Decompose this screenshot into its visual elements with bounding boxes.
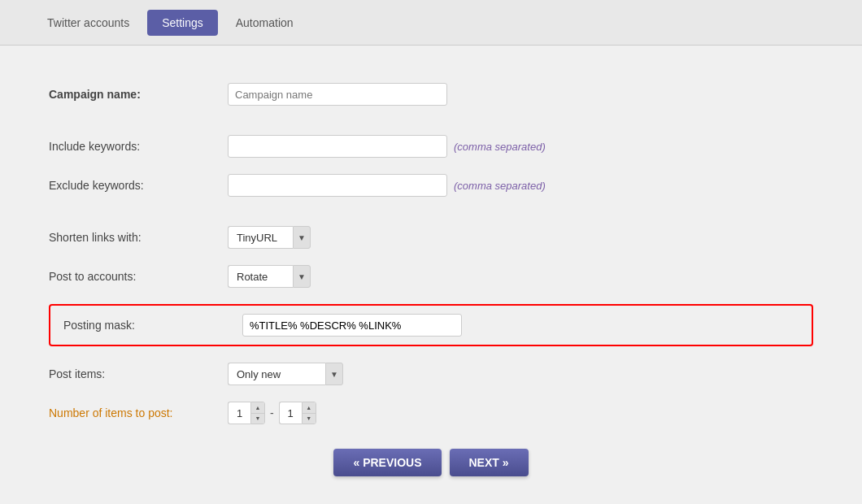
post-items-group: Post items: Only new ▼ [49, 363, 813, 385]
tab-twitter-accounts[interactable]: Twitter accounts [33, 10, 144, 36]
number-of-items-label: Number of items to post: [49, 406, 228, 419]
include-keywords-input[interactable] [228, 135, 447, 158]
post-items-select[interactable]: Only new ▼ [228, 363, 343, 385]
campaign-name-input[interactable] [228, 83, 447, 106]
posting-mask-input[interactable] [242, 314, 462, 337]
post-to-accounts-dropdown-btn[interactable]: ▼ [293, 265, 311, 288]
shorten-links-value: TinyURL [228, 226, 293, 249]
previous-button[interactable]: « PREVIOUS [333, 449, 441, 476]
post-items-value: Only new [228, 363, 325, 385]
number-to-arrows: ▲ ▼ [302, 402, 316, 424]
number-from-value: 1 [228, 402, 250, 424]
number-to-field: 1 ▲ ▼ [279, 402, 316, 424]
include-keywords-hint: (comma separated) [454, 141, 546, 153]
post-items-dropdown-btn[interactable]: ▼ [325, 363, 343, 385]
exclude-keywords-group: Exclude keywords: (comma separated) [49, 174, 813, 197]
shorten-links-label: Shorten links with: [49, 231, 228, 244]
include-keywords-group: Include keywords: (comma separated) [49, 135, 813, 158]
tab-bar: Twitter accounts Settings Automation [0, 0, 862, 46]
shorten-links-group: Shorten links with: TinyURL ▼ [49, 226, 813, 249]
include-keywords-label: Include keywords: [49, 140, 228, 153]
number-from-up[interactable]: ▲ [251, 402, 264, 414]
tab-settings[interactable]: Settings [147, 10, 218, 36]
posting-mask-wrapper: Posting mask: [49, 304, 813, 346]
posting-mask-label: Posting mask: [63, 319, 242, 332]
post-to-accounts-label: Post to accounts: [49, 270, 228, 283]
nav-buttons: « PREVIOUS NEXT » [49, 449, 813, 476]
post-to-accounts-group: Post to accounts: Rotate ▼ [49, 265, 813, 288]
shorten-links-select[interactable]: TinyURL ▼ [228, 226, 311, 249]
exclude-keywords-input[interactable] [228, 174, 447, 197]
post-to-accounts-value: Rotate [228, 265, 293, 288]
post-items-label: Post items: [49, 367, 228, 380]
number-of-items-controls: 1 ▲ ▼ - 1 ▲ ▼ [228, 402, 316, 424]
post-to-accounts-select[interactable]: Rotate ▼ [228, 265, 311, 288]
exclude-keywords-label: Exclude keywords: [49, 179, 228, 192]
number-from-field: 1 ▲ ▼ [228, 402, 265, 424]
exclude-keywords-hint: (comma separated) [454, 180, 546, 192]
dash-separator: - [270, 406, 274, 419]
number-from-arrows: ▲ ▼ [250, 402, 265, 424]
campaign-name-label: Campaign name: [49, 88, 228, 101]
number-to-down[interactable]: ▼ [303, 414, 316, 424]
tab-automation[interactable]: Automation [221, 10, 308, 36]
number-from-down[interactable]: ▼ [251, 414, 264, 424]
number-of-items-group: Number of items to post: 1 ▲ ▼ - 1 ▲ ▼ [49, 402, 813, 424]
campaign-name-group: Campaign name: [49, 83, 813, 106]
shorten-links-dropdown-btn[interactable]: ▼ [293, 226, 311, 249]
next-button[interactable]: NEXT » [450, 449, 529, 476]
number-to-value: 1 [279, 402, 302, 424]
main-content: Campaign name: Include keywords: (comma … [0, 46, 862, 504]
number-to-up[interactable]: ▲ [303, 402, 316, 414]
